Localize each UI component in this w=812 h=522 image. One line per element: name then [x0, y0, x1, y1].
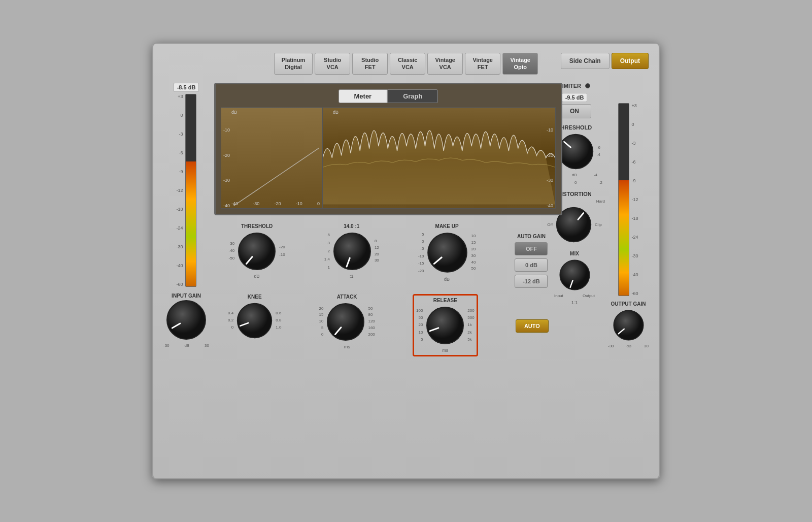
input-gain-knob-svg [166, 300, 207, 340]
output-gain-knob[interactable] [612, 309, 645, 342]
right-meter-fill [619, 180, 629, 296]
gain-reduction-svg [221, 108, 322, 208]
auto-gain-off-btn[interactable]: OFF [515, 242, 548, 255]
waveform-graph: dB -10 -20 -30 -40 [322, 107, 556, 209]
meter-scale--60: -60 [176, 282, 183, 287]
ratio-unit: :1 [350, 274, 354, 279]
attack-unit: ms [344, 344, 350, 349]
attack-knob[interactable] [325, 302, 366, 342]
right-section: LIMITER -9.5 dB ON THRESHOLD -10 -8 [567, 83, 649, 348]
mix-knob-group: MIX [554, 251, 595, 305]
side-chain-button[interactable]: Side Chain [561, 53, 610, 69]
meter-scale--24: -24 [176, 225, 183, 231]
auto-gain-minus12-btn[interactable]: -12 dB [515, 275, 548, 288]
knee-knob-group: KNEE 0.4 0.2 0 [228, 294, 281, 340]
meter-scale--12: -12 [176, 188, 183, 193]
meter-graph-tabs: Meter Graph [221, 89, 556, 103]
input-gain-unit: dB [184, 343, 189, 348]
svg-point-15 [558, 134, 593, 169]
svg-point-0 [167, 301, 206, 339]
preset-platinum-digital[interactable]: PlatinumDigital [274, 53, 313, 75]
mix-scale-value: 1:1 [571, 300, 578, 305]
release-unit: ms [442, 348, 448, 353]
svg-point-3 [239, 233, 275, 270]
threshold-main-knob[interactable] [236, 231, 277, 272]
input-gain-scale: -30 dB 30 [163, 343, 209, 348]
ratio-label: 14.0 :1 [344, 223, 359, 229]
meter-scale--3: -3 [176, 132, 183, 137]
right-meter-row: LIMITER -9.5 dB ON THRESHOLD -10 -8 [567, 83, 649, 348]
distortion-label: DISTORTION [557, 191, 592, 197]
graph-display: Meter Graph dB -10 -20 -30 -40 [214, 83, 562, 215]
left-meter-bar [185, 94, 196, 287]
svg-point-11 [327, 304, 364, 340]
meter-scale--6: -6 [176, 150, 183, 155]
mix-scale: Input Output [554, 293, 595, 298]
preset-vintage-opto[interactable]: VintageOpto [502, 53, 538, 75]
release-label: RELEASE [433, 298, 457, 303]
mix-knob[interactable] [558, 258, 591, 291]
release-knob-group: RELEASE 100 50 20 10 5 [416, 298, 475, 353]
auto-gain-0db-btn[interactable]: 0 dB [515, 258, 548, 272]
meter-scale--40: -40 [176, 263, 183, 268]
auto-gain-label: AUTO GAIN [517, 234, 546, 239]
meter-scale-+3: +3 [176, 94, 183, 99]
input-gain-scale-left: -30 [163, 343, 170, 348]
limiter-on-btn[interactable]: ON [558, 104, 591, 118]
threshold-label: THRESHOLD [241, 223, 273, 229]
attack-knob-group: ATTACK 20 15 10 5 0 [319, 294, 375, 349]
ratio-knob-group: 14.0 :1 5 3 2 1.4 1 [324, 223, 379, 279]
input-level-display: -8.5 dB [174, 83, 199, 92]
makeup-unit: dB [444, 277, 450, 282]
preset-studio-vca[interactable]: StudioVCA [315, 53, 350, 75]
distortion-clip-label: Clip [595, 222, 602, 227]
plugin-body: PlatinumDigital StudioVCA StudioFET Clas… [152, 43, 660, 479]
release-knob[interactable] [425, 305, 465, 346]
graph-left-bottom-scale: -40 -30 -20 -10 0 [231, 201, 320, 206]
svg-point-21 [614, 310, 644, 340]
knee-label: KNEE [248, 294, 262, 300]
svg-point-7 [428, 234, 467, 273]
input-gain-label: INPUT GAIN [172, 293, 201, 299]
waveform-svg [323, 108, 555, 208]
left-meter-fill [186, 161, 196, 286]
preset-vintage-vca[interactable]: VintageVCA [427, 53, 463, 75]
right-threshold-label: THRESHOLD [557, 124, 592, 130]
meter-scale--30: -30 [176, 244, 183, 249]
ratio-knob[interactable] [332, 231, 373, 272]
preset-studio-fet[interactable]: StudioFET [352, 53, 388, 75]
svg-point-9 [238, 303, 272, 338]
preset-classic-vca[interactable]: ClassicVCA [390, 53, 425, 75]
mix-output-section: MIX [554, 251, 595, 305]
auto-gain-section: AUTO GAIN OFF 0 dB -12 dB [515, 234, 548, 288]
svg-line-2 [234, 148, 319, 206]
knee-knob[interactable] [235, 302, 274, 340]
meter-scale--18: -18 [176, 207, 183, 212]
output-gain-scale: -30 dB 30 [608, 344, 649, 348]
gain-reduction-graph: dB -10 -20 -30 -40 - [221, 107, 322, 209]
threshold-db-label: dB [572, 173, 577, 177]
makeup-label: MAKE UP [435, 223, 459, 229]
limiter-dot [585, 83, 590, 88]
makeup-knob[interactable] [426, 231, 469, 274]
left-meter-column: -8.5 dB +3 0 -3 -6 -9 -12 -18 -24 -30 -4… [163, 83, 209, 348]
attack-label: ATTACK [337, 294, 357, 300]
output-gain-label: OUTPUT GAIN [611, 301, 646, 307]
mix-label: MIX [570, 251, 579, 256]
threshold-unit: dB [254, 274, 260, 279]
meter-scale--9: -9 [176, 169, 183, 174]
svg-point-19 [560, 260, 590, 290]
distortion-off-label: Off [547, 222, 553, 227]
auto-release-btn[interactable]: AUTO [516, 319, 549, 333]
preset-vintage-fet[interactable]: VintageFET [465, 53, 500, 75]
input-gain-scale-right: 30 [205, 343, 209, 348]
graph-area: dB -10 -20 -30 -40 - [221, 107, 556, 209]
output-button[interactable]: Output [612, 53, 649, 69]
output-gain-knob-group: OUTPUT GAIN -30 [608, 301, 649, 348]
top-right-buttons: Side Chain Output [561, 53, 649, 69]
release-highlight-box: RELEASE 100 50 20 10 5 [413, 294, 478, 356]
makeup-knob-group: MAKE UP 5 0 -5 -10 -15 -20 [418, 223, 476, 282]
meter-tab[interactable]: Meter [339, 89, 388, 103]
graph-tab[interactable]: Graph [387, 89, 438, 103]
right-meter-bar [618, 103, 629, 296]
